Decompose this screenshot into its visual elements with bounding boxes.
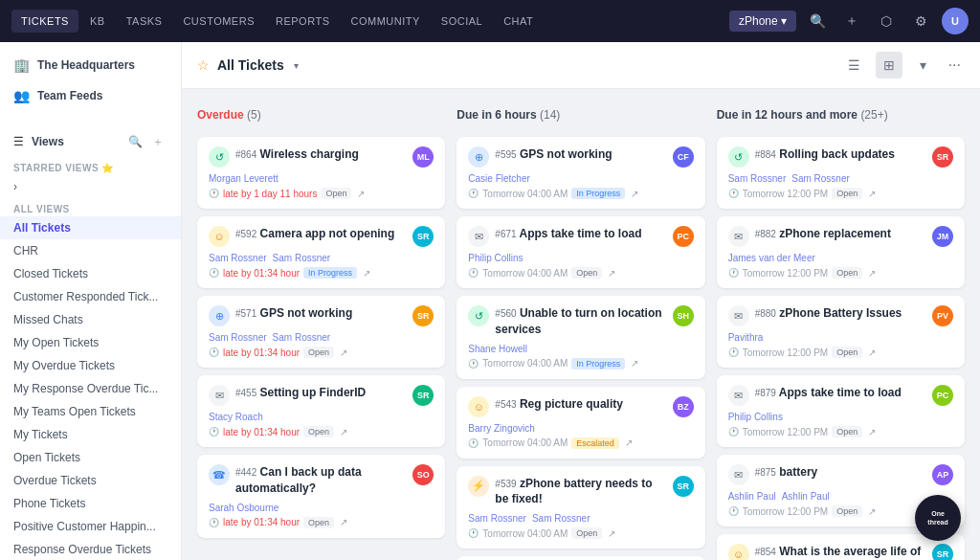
nav-item-kb[interactable]: KB <box>80 10 115 33</box>
ticket-link-icon[interactable]: ↗ <box>868 506 876 517</box>
assignee-name[interactable]: Ashlin Paul <box>728 491 776 502</box>
settings-icon[interactable]: ⚙ <box>907 8 934 34</box>
ticket-card[interactable]: ✉ #455 Setting up FinderID SR Stacy Roac… <box>197 375 445 447</box>
sidebar-item-customer-responded-tick---[interactable]: Customer Responded Tick... <box>0 285 181 308</box>
ticket-card[interactable]: ✉ #879 Apps take time to load PC Philip … <box>717 375 965 447</box>
sidebar-item-my-teams-open-tickets[interactable]: My Teams Open Tickets <box>0 400 181 423</box>
assignee-name[interactable]: Pavithra <box>728 332 764 343</box>
assignee-name[interactable]: Sam Rossner <box>728 173 787 184</box>
views-icon: ☰ <box>13 135 24 148</box>
assignee-name[interactable]: Sam Rossner <box>468 513 526 524</box>
ticket-link-icon[interactable]: ↗ <box>608 528 615 539</box>
assignee-name[interactable]: Sarah Osbourne <box>209 503 278 513</box>
sidebar-item-my-response-overdue-tic---[interactable]: My Response Overdue Tic... <box>0 377 181 400</box>
nav-item-social[interactable]: SOCIAL <box>432 10 492 33</box>
assignee-name[interactable]: Sam Rossner <box>209 253 267 263</box>
assignee-name[interactable]: Stacy Roach <box>209 412 263 422</box>
ticket-card[interactable]: ☺ #445 Using live wallpapers PG Peter Gr… <box>457 556 704 560</box>
ticket-card[interactable]: ☺ #592 Camera app not opening SR Sam Ros… <box>197 216 445 288</box>
assignee-name[interactable]: James van der Meer <box>728 253 815 263</box>
sidebar-item-my-overdue-tickets[interactable]: My Overdue Tickets <box>0 354 181 377</box>
ticket-card[interactable]: ⊕ #595 GPS not working CF Casie Fletcher… <box>457 137 704 209</box>
sidebar-item-all-tickets[interactable]: All Tickets <box>0 216 181 239</box>
ticket-link-icon[interactable]: ↗ <box>608 268 615 279</box>
assignee-name[interactable]: Sam Rossner <box>273 332 331 343</box>
sidebar-item-overdue-tickets[interactable]: Overdue Tickets <box>0 469 181 492</box>
search-views-btn[interactable]: 🔍 <box>125 132 145 151</box>
assignee-name[interactable]: Sam Rossner <box>209 332 267 343</box>
sidebar-item-phone-tickets[interactable]: Phone Tickets <box>0 492 181 515</box>
ticket-card[interactable]: ↺ #560 Unable to turn on location servic… <box>457 296 704 379</box>
sidebar-item-chr[interactable]: CHR <box>0 239 181 262</box>
ticket-link-icon[interactable]: ↗ <box>625 437 633 448</box>
assignee-name[interactable]: Casie Fletcher <box>468 173 529 184</box>
add-view-btn[interactable]: ＋ <box>148 132 167 151</box>
ticket-link-icon[interactable]: ↗ <box>631 189 638 199</box>
assignee-name[interactable]: Sam Rossner <box>273 253 331 263</box>
ticket-card[interactable]: ↺ #864 Wireless charging ML Morgan Lever… <box>197 137 445 209</box>
ticket-card[interactable]: ☺ #543 Reg picture quality BZ Barry Zing… <box>457 387 704 459</box>
external-link-icon[interactable]: ⬡ <box>873 8 900 34</box>
nav-item-customers[interactable]: CUSTOMERS <box>173 10 264 33</box>
page-title: All Tickets <box>217 57 284 73</box>
ticket-link-icon[interactable]: ↗ <box>340 517 347 527</box>
sidebar-item-positive-customer-happin---[interactable]: Positive Customer Happin... <box>0 515 181 538</box>
sidebar-item-closed-tickets[interactable]: Closed Tickets <box>0 262 181 285</box>
ticket-meta: 🕐 Tomorrow 12:00 PM Open ↗ <box>728 188 953 199</box>
sidebar-item-teamfeeds[interactable]: 👥 Team Feeds <box>0 80 181 111</box>
add-icon[interactable]: ＋ <box>838 8 865 34</box>
starred-views-toggle[interactable]: › <box>0 175 181 198</box>
column-count: (14) <box>540 108 560 122</box>
ticket-link-icon[interactable]: ↗ <box>631 358 638 369</box>
more-options-btn[interactable]: ··· <box>945 56 965 74</box>
brand-selector[interactable]: zPhone ▾ <box>729 11 796 32</box>
ticket-link-icon[interactable]: ↗ <box>340 427 347 437</box>
ticket-link-icon[interactable]: ↗ <box>340 347 347 358</box>
ticket-card[interactable]: ☎ #442 Can I back up data automatically?… <box>197 455 445 538</box>
search-icon[interactable]: 🔍 <box>804 8 831 34</box>
sidebar-item-my-open-tickets[interactable]: My Open Tickets <box>0 331 181 354</box>
ticket-card[interactable]: ↺ #884 Rolling back updates SR Sam Rossn… <box>717 137 965 209</box>
ticket-link-icon[interactable]: ↗ <box>868 189 876 199</box>
ticket-card[interactable]: ✉ #880 zPhone Battery Issues PV Pavithra… <box>717 296 965 368</box>
ticket-type-icon: ⊕ <box>468 146 489 168</box>
assignee-name[interactable]: Sam Rossner <box>532 513 590 524</box>
ticket-card[interactable]: ⚡ #539 zPhone battery needs to be fixed!… <box>457 466 704 549</box>
user-avatar[interactable]: U <box>942 8 969 34</box>
ticket-type-icon: ✉ <box>728 305 749 326</box>
sidebar-item-my-tickets[interactable]: My Tickets <box>0 423 181 446</box>
ticket-link-icon[interactable]: ↗ <box>868 347 876 358</box>
favorite-icon[interactable]: ☆ <box>197 57 210 73</box>
ticket-card[interactable]: ✉ #671 Apps take time to load PC Philip … <box>457 216 704 288</box>
ticket-link-icon[interactable]: ↗ <box>868 427 876 437</box>
sidebar-item-missed-chats[interactable]: Missed Chats <box>0 308 181 331</box>
kanban-view-btn[interactable]: ⊞ <box>876 52 902 78</box>
ticket-link-icon[interactable]: ↗ <box>868 268 876 279</box>
assignee-name[interactable]: Philip Collins <box>468 253 523 263</box>
sidebar-item-response-overdue-tickets[interactable]: Response Overdue Tickets <box>0 538 181 560</box>
assignee-name[interactable]: Philip Collins <box>728 412 783 422</box>
nav-item-tasks[interactable]: TASKS <box>117 10 172 33</box>
ticket-link-icon[interactable]: ↗ <box>363 268 370 279</box>
assignee-name[interactable]: Shane Howell <box>468 344 527 354</box>
nav-item-tickets[interactable]: TICKETS <box>11 10 78 33</box>
views-section-header[interactable]: ☰ Views 🔍 ＋ <box>0 126 181 157</box>
assignee-name[interactable]: Sam Rossner <box>791 173 850 184</box>
ticket-link-icon[interactable]: ↗ <box>357 189 365 199</box>
ticket-meta: 🕐 Tomorrow 12:00 PM Open ↗ <box>728 426 953 437</box>
onethread-badge[interactable]: Onethread <box>915 495 961 541</box>
assignee-name[interactable]: Morgan Leverett <box>209 173 278 184</box>
title-dropdown-arrow[interactable]: ▾ <box>294 60 299 71</box>
ticket-card[interactable]: ✉ #882 zPhone replacement JM James van d… <box>717 216 965 288</box>
nav-right-actions: zPhone ▾ 🔍 ＋ ⬡ ⚙ U <box>729 8 969 34</box>
view-options-btn[interactable]: ▾ <box>910 52 937 78</box>
sidebar-item-open-tickets[interactable]: Open Tickets <box>0 446 181 469</box>
nav-item-chat[interactable]: CHAT <box>494 10 543 33</box>
list-view-btn[interactable]: ☰ <box>841 52 868 78</box>
nav-item-reports[interactable]: REPORTS <box>266 10 339 33</box>
nav-item-community[interactable]: COMMUNITY <box>341 10 429 33</box>
assignee-name[interactable]: Ashlin Paul <box>782 491 830 502</box>
sidebar-item-headquarters[interactable]: 🏢 The Headquarters <box>0 50 181 80</box>
assignee-name[interactable]: Barry Zingovich <box>468 423 534 434</box>
ticket-card[interactable]: ⊕ #571 GPS not working SR Sam Rossner Sa… <box>197 296 445 368</box>
